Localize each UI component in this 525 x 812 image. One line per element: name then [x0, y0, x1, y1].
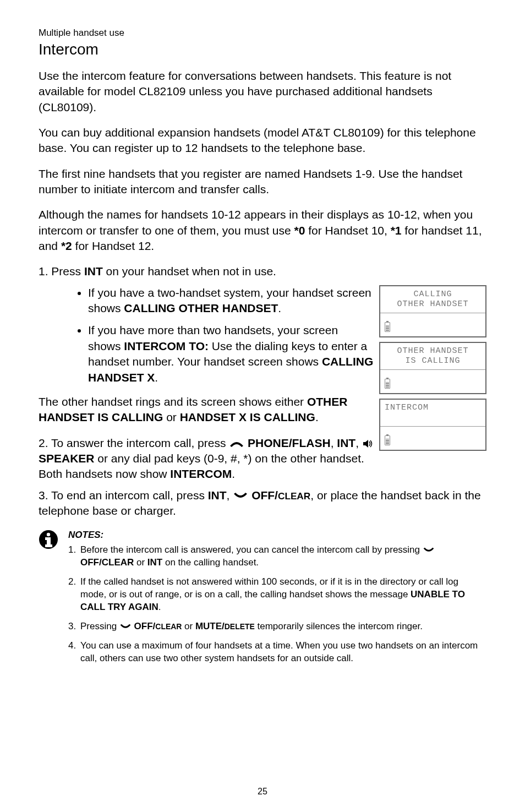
paragraph-2: You can buy additional expansion handset… — [39, 125, 486, 156]
text: on the calling handset. — [162, 557, 259, 568]
lcd-divider — [380, 369, 485, 370]
lcd-panel-calling: CALLING OTHER HANDSET — [379, 285, 486, 337]
lcd-line: CALLING OTHER HANDSET — [380, 286, 485, 309]
paragraph-1: Use the intercom feature for conversatio… — [39, 68, 486, 115]
bold-text: CLEAR — [278, 491, 310, 502]
text: or — [134, 557, 147, 568]
text: The other handset rings and its screen s… — [39, 395, 307, 408]
lcd-text-line: INTERCOM — [385, 403, 429, 412]
bold-text: OFF/ — [134, 621, 156, 631]
paragraph-3: The first nine handsets that you registe… — [39, 166, 486, 198]
lcd-panel-other-calling: OTHER HANDSET IS CALLING — [379, 342, 486, 394]
lcd-line: INTERCOM — [380, 400, 485, 413]
lcd-text-line: OTHER HANDSET — [397, 299, 468, 309]
text: 3. To end an intercom call, press — [39, 489, 208, 502]
text: or — [182, 621, 195, 631]
text: , — [356, 437, 362, 449]
bold-text: SPEAKER — [39, 452, 95, 465]
lcd-panel-intercom: INTERCOM — [379, 399, 486, 451]
bold-text: INTERCOM TO: — [124, 340, 209, 352]
battery-icon — [385, 435, 390, 445]
step-3: 3. To end an intercom call, press INT, O… — [39, 488, 486, 519]
lcd-group: CALLING OTHER HANDSET OTHER HANDSET IS C… — [379, 285, 486, 455]
bold-text: DELETE — [225, 622, 255, 631]
bold-text: INT — [208, 489, 227, 502]
bold-text: PHONE/FLASH — [248, 437, 331, 449]
lcd-text-line: OTHER HANDSET — [397, 346, 468, 356]
text: for Handset 12. — [72, 239, 154, 252]
page-number: 25 — [0, 787, 525, 797]
note-2: If the called handset is not answered wi… — [68, 576, 486, 614]
text: temporarily silences the intercom ringer… — [255, 621, 423, 631]
phone-off-icon — [423, 547, 435, 554]
bold-text: OFF/ — [251, 489, 278, 502]
note-1: Before the intercom call is answered, yo… — [68, 544, 486, 569]
battery-icon — [385, 379, 390, 389]
bold-text: MUTE/ — [195, 621, 225, 631]
text: or — [163, 411, 179, 423]
bold-text: CLEAR — [155, 622, 182, 631]
page-title: Intercom — [39, 41, 486, 58]
phone-off-icon — [119, 623, 132, 630]
bold-text: INT — [84, 265, 103, 277]
text: , — [331, 437, 337, 449]
notes-section: NOTES: Before the intercom call is answe… — [39, 530, 486, 672]
header-category: Multiple handset use — [39, 28, 486, 39]
text: . — [155, 371, 158, 384]
lcd-line: OTHER HANDSET IS CALLING — [380, 343, 485, 366]
bold-text: INT — [147, 557, 162, 568]
text: . — [158, 602, 161, 612]
lcd-text-line: IS CALLING — [405, 356, 460, 366]
bold-text: INTERCOM — [170, 467, 232, 480]
lcd-text-line: CALLING — [413, 290, 452, 299]
bold-text: *1 — [391, 224, 402, 237]
notes-heading: NOTES: — [68, 530, 486, 541]
bold-text: HANDSET X IS CALLING — [180, 411, 315, 423]
text: Before the intercom call is answered, yo… — [80, 544, 423, 555]
step-1: 1. Press INT on your handset when not in… — [39, 264, 486, 279]
bold-text: CALLING OTHER HANDSET — [124, 302, 278, 314]
phone-on-icon — [229, 439, 244, 448]
text: Pressing — [80, 621, 119, 631]
bold-text: *0 — [294, 224, 305, 237]
notes-list: Before the intercom call is answered, yo… — [68, 544, 486, 665]
text: . — [278, 302, 281, 314]
text: If the called handset is not answered wi… — [80, 576, 458, 600]
speaker-icon — [362, 439, 373, 448]
bold-text: OFF/CLEAR — [80, 557, 134, 568]
text: , — [227, 489, 233, 502]
bold-text: INT — [337, 437, 356, 449]
phone-off-icon — [233, 492, 248, 500]
text: . — [232, 467, 235, 480]
svg-point-1 — [47, 533, 50, 536]
svg-rect-4 — [45, 544, 52, 547]
lcd-divider — [380, 426, 485, 427]
text: 1. Press — [39, 265, 84, 277]
text: on your handset when not in use. — [103, 265, 276, 277]
note-3: Pressing OFF/CLEAR or MUTE/DELETE tempor… — [68, 620, 486, 633]
text: . — [315, 411, 319, 423]
note-4: You can use a maximum of four handsets a… — [68, 640, 486, 665]
text: 2. To answer the intercom call, press — [39, 437, 229, 449]
info-icon — [39, 530, 58, 549]
battery-icon — [385, 322, 390, 332]
text: for Handset 10, — [305, 224, 390, 237]
lcd-divider — [380, 313, 485, 313]
paragraph-4: Although the names for handsets 10-12 ap… — [39, 207, 486, 254]
bold-text: *2 — [61, 239, 72, 252]
